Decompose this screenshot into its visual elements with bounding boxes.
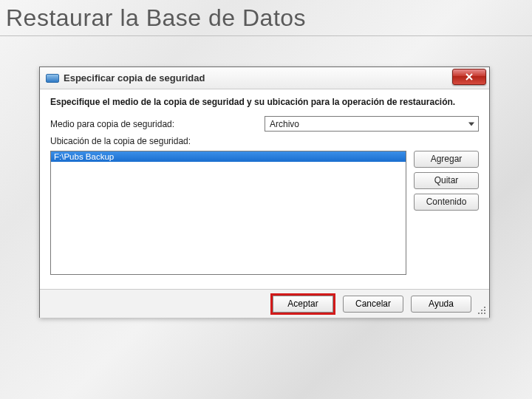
slide-title: Restaurar la Base de Datos [6,4,306,32]
close-button[interactable] [452,69,486,85]
backup-media-combo[interactable]: Archivo [265,116,479,132]
location-area: F:\Pubs Backup Agregar Quitar Contenido [50,151,479,275]
contents-button[interactable]: Contenido [414,194,479,211]
resize-grip-icon[interactable] [477,305,487,316]
backup-location-list[interactable]: F:\Pubs Backup [50,151,406,275]
dialog-titlebar: Especificar copia de seguridad [40,67,489,89]
dialog-icon [46,74,59,83]
backup-media-row: Medio para copia de seguridad: Archivo [50,116,479,132]
ok-button[interactable]: Aceptar [273,296,333,313]
specify-backup-dialog: Especificar copia de seguridad Especifiq… [39,66,490,318]
close-icon [465,72,474,81]
cancel-button[interactable]: Cancelar [343,296,403,313]
ok-button-highlight: Aceptar [270,293,335,315]
help-button[interactable]: Ayuda [411,296,471,313]
slide-title-divider [0,35,532,36]
dialog-footer: Aceptar Cancelar Ayuda [40,289,489,318]
side-button-group: Agregar Quitar Contenido [414,151,479,275]
backup-location-row: Ubicación de la copia de seguridad: [50,136,479,146]
remove-button[interactable]: Quitar [414,172,479,189]
dialog-title: Especificar copia de seguridad [64,72,205,83]
dialog-body: Especifique el medio de la copia de segu… [40,89,489,289]
add-button[interactable]: Agregar [414,151,479,168]
list-item[interactable]: F:\Pubs Backup [51,151,406,162]
backup-location-label: Ubicación de la copia de seguridad: [50,136,265,146]
backup-media-label: Medio para copia de seguridad: [50,119,265,129]
instruction-text: Especifique el medio de la copia de segu… [50,97,479,107]
chevron-down-icon [468,122,474,126]
backup-media-value: Archivo [270,119,299,129]
